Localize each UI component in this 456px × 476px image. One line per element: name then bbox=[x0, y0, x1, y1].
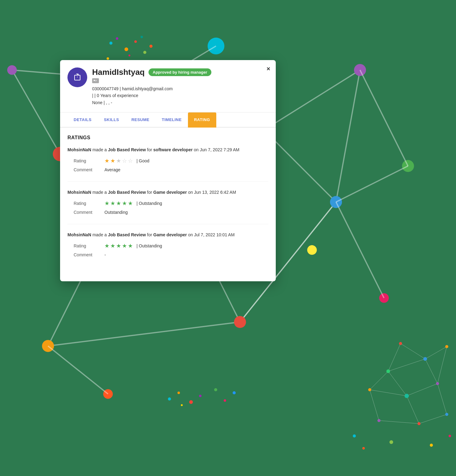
svg-point-71 bbox=[353, 434, 356, 437]
star-2-1: ★ bbox=[104, 200, 109, 207]
svg-point-73 bbox=[389, 440, 393, 444]
star-1-2: ★ bbox=[110, 157, 115, 164]
star-2-3: ★ bbox=[116, 200, 121, 207]
review-type-3: Job Based Review bbox=[108, 232, 146, 237]
review-meta-1: MohsinNaN made a Job Based Review for so… bbox=[67, 147, 268, 153]
close-button[interactable]: × bbox=[267, 66, 270, 72]
tab-skills[interactable]: SKILLS bbox=[98, 112, 125, 128]
star-3-4: ★ bbox=[122, 242, 127, 249]
comment-row-1: Comment Average bbox=[67, 167, 268, 172]
rating-label-2: Rating bbox=[74, 201, 104, 206]
svg-point-28 bbox=[103, 389, 113, 399]
name-row: HamidIshtyaq Approved by hiring manager bbox=[92, 67, 268, 77]
svg-point-72 bbox=[362, 447, 365, 450]
svg-point-74 bbox=[430, 444, 433, 447]
contact-line1: 03000047749 | hamid.ishtyaq@gmail.com bbox=[92, 85, 268, 92]
svg-point-19 bbox=[354, 64, 366, 76]
action-1: made a bbox=[92, 147, 108, 152]
svg-point-43 bbox=[128, 55, 130, 56]
svg-point-67 bbox=[417, 422, 421, 425]
svg-point-26 bbox=[208, 38, 225, 55]
comment-value-3: - bbox=[104, 252, 106, 257]
rating-entry-3: MohsinNaN made a Job Based Review for Ga… bbox=[67, 232, 268, 266]
modal-header: HamidIshtyaq Approved by hiring manager … bbox=[60, 60, 276, 112]
svg-point-63 bbox=[445, 345, 448, 348]
date-3: on Jul 7, 2022 10:01 AM bbox=[188, 232, 234, 237]
reviewer-1: MohsinNaN bbox=[67, 147, 91, 152]
comment-value-2: Outstanding bbox=[104, 210, 128, 215]
svg-line-53 bbox=[407, 384, 438, 396]
star-3-5: ★ bbox=[128, 242, 133, 249]
svg-line-48 bbox=[425, 359, 438, 384]
id-icon bbox=[92, 78, 99, 83]
svg-point-37 bbox=[116, 37, 118, 40]
for-text-3: for bbox=[147, 232, 153, 237]
rating-text-2: | Outstanding bbox=[136, 201, 162, 206]
star-1-3: ★ bbox=[116, 157, 121, 164]
header-info: HamidIshtyaq Approved by hiring manager … bbox=[92, 67, 268, 106]
svg-line-10 bbox=[336, 70, 360, 202]
avatar bbox=[67, 67, 87, 87]
action-3: made a bbox=[92, 232, 108, 237]
comment-row-2: Comment Outstanding bbox=[67, 210, 268, 215]
svg-point-45 bbox=[149, 45, 153, 48]
review-type-1: Job Based Review bbox=[108, 147, 146, 152]
tab-timeline[interactable]: TIMELINE bbox=[156, 112, 188, 128]
approved-badge: Approved by hiring manager bbox=[149, 68, 212, 76]
svg-point-32 bbox=[379, 293, 389, 303]
reviewer-3: MohsinNaN bbox=[67, 232, 91, 237]
svg-line-49 bbox=[438, 347, 447, 384]
svg-line-46 bbox=[401, 344, 425, 359]
svg-point-61 bbox=[399, 342, 402, 345]
svg-rect-85 bbox=[94, 80, 95, 81]
svg-line-60 bbox=[379, 421, 419, 424]
review-meta-3: MohsinNaN made a Job Based Review for Ga… bbox=[67, 232, 268, 238]
scattered-dots-bottom bbox=[154, 353, 246, 414]
rating-row-2: Rating ★ ★ ★ ★ ★ | Outstanding bbox=[67, 200, 268, 207]
svg-point-82 bbox=[224, 399, 226, 402]
id-badge-row bbox=[92, 78, 99, 83]
tab-details[interactable]: DETAILS bbox=[67, 112, 98, 128]
svg-point-40 bbox=[143, 51, 146, 54]
star-1-1: ★ bbox=[104, 157, 109, 164]
star-2-4: ★ bbox=[122, 200, 127, 207]
contact-info: 03000047749 | hamid.ishtyaq@gmail.com | … bbox=[92, 85, 268, 106]
star-3-3: ★ bbox=[116, 242, 121, 249]
rating-entry-1: MohsinNaN made a Job Based Review for so… bbox=[67, 147, 268, 182]
rating-value-3: ★ ★ ★ ★ ★ | Outstanding bbox=[104, 242, 162, 249]
contact-line2: | | 0 Years of experience bbox=[92, 92, 268, 99]
for-text-2: for bbox=[147, 190, 153, 195]
svg-point-41 bbox=[107, 57, 109, 60]
svg-point-39 bbox=[134, 40, 137, 43]
svg-point-31 bbox=[402, 160, 414, 172]
for-text-1: for bbox=[147, 147, 153, 152]
svg-point-36 bbox=[109, 42, 112, 45]
star-3-2: ★ bbox=[110, 242, 115, 249]
svg-point-66 bbox=[405, 394, 409, 398]
svg-point-81 bbox=[214, 388, 217, 391]
candidate-modal: HamidIshtyaq Approved by hiring manager … bbox=[60, 60, 276, 281]
svg-point-38 bbox=[124, 47, 128, 51]
svg-line-35 bbox=[336, 202, 384, 298]
svg-point-62 bbox=[423, 357, 427, 361]
tab-rating[interactable]: Rating bbox=[188, 112, 216, 128]
svg-rect-87 bbox=[95, 81, 96, 81]
tab-bar: DETAILS SKILLS RESUME TIMELINE Rating bbox=[60, 112, 276, 128]
svg-point-64 bbox=[436, 382, 439, 385]
network-decoration-bottom-right bbox=[339, 328, 456, 458]
svg-point-70 bbox=[377, 419, 381, 422]
rating-value-1: ★ ★ ★ ☆ ☆ | Good bbox=[104, 157, 149, 164]
svg-point-79 bbox=[199, 395, 202, 397]
svg-point-30 bbox=[307, 245, 317, 255]
svg-line-14 bbox=[48, 322, 240, 346]
ratings-title: RATINGS bbox=[67, 135, 268, 140]
stars-1: ★ ★ ★ ☆ ☆ bbox=[104, 157, 133, 164]
rating-label-3: Rating bbox=[74, 243, 104, 248]
svg-line-51 bbox=[388, 359, 425, 371]
svg-line-54 bbox=[407, 396, 419, 424]
rating-row-3: Rating ★ ★ ★ ★ ★ | Outstanding bbox=[67, 242, 268, 249]
date-2: on Jun 13, 2022 6:42 AM bbox=[188, 190, 236, 195]
tab-resume[interactable]: RESUME bbox=[125, 112, 156, 128]
svg-point-78 bbox=[189, 400, 193, 404]
svg-point-69 bbox=[368, 388, 371, 391]
